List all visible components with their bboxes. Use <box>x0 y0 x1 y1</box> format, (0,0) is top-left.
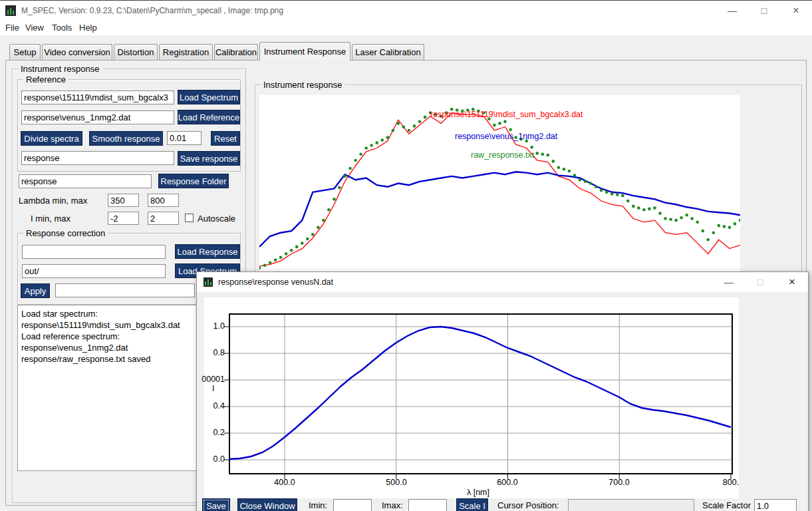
menu-item-tools[interactable]: Tools <box>48 20 76 35</box>
x-tick-400: 400.0 <box>268 478 301 487</box>
x-tick-500: 500.0 <box>380 478 413 487</box>
save-button[interactable]: Save <box>202 498 230 511</box>
y-tick-0.0: 0.0 <box>196 454 225 464</box>
spectrum-path-input[interactable] <box>21 90 174 104</box>
child-chart-canvas[interactable]: 1.0 0.8 00001 0.4 0.2 0.0 I 400.0 500.0 … <box>204 297 739 498</box>
menu-item-help[interactable]: Help <box>75 20 101 35</box>
m-spec-app-window: { "window": { "title": "M_SPEC, Version:… <box>0 0 812 511</box>
x-tick-800: 800. <box>714 478 747 487</box>
main-chart-group-label: Instrument response <box>261 80 345 90</box>
scale-i-button[interactable]: Scale I <box>456 498 488 511</box>
autoscale-checkbox[interactable] <box>185 214 194 222</box>
apply-button[interactable]: Apply <box>21 283 50 298</box>
menu-item-file[interactable]: File <box>1 20 23 35</box>
tab-calibration[interactable]: Calibration <box>214 44 258 60</box>
child-app-icon <box>203 277 213 287</box>
imin-label: Imin: <box>309 500 327 510</box>
menu-item-view[interactable]: View <box>21 20 48 35</box>
child-close-icon[interactable]: × <box>777 272 807 292</box>
x-axis-label: λ [nm] <box>458 488 498 497</box>
smooth-response-button[interactable]: Smooth response <box>89 131 163 146</box>
scale-factor-input[interactable] <box>754 499 797 511</box>
child-chart-svg <box>204 297 739 498</box>
window-title: M_SPEC, Version: 0.9.23, C:\Daten\PyChar… <box>21 1 283 21</box>
tab-instrument-response[interactable]: Instrument Response <box>259 42 350 61</box>
response-folder-button[interactable]: Response Folder <box>158 174 229 188</box>
y-tick-1.0: 1.0 <box>196 321 225 331</box>
menu-bar: File View Tools Help <box>0 20 812 35</box>
imax-input[interactable] <box>408 499 447 511</box>
load-reference-button[interactable]: Load Reference <box>178 110 240 124</box>
response-plot-window[interactable]: response\response venusN.dat — □ × 1.0 0… <box>196 271 809 511</box>
response-folder-input[interactable] <box>19 174 152 188</box>
y-tick-0.8: 0.8 <box>196 348 225 357</box>
child-maximize-icon[interactable]: □ <box>747 272 773 292</box>
imax-label: Imax: <box>382 500 403 510</box>
tab-laser-calibration[interactable]: Laser Calibration <box>352 44 424 60</box>
lambda-min-input[interactable] <box>108 194 139 207</box>
tab-video-conversion[interactable]: Video conversion <box>42 44 112 60</box>
smooth-value-input[interactable] <box>167 131 202 145</box>
imin-input[interactable] <box>333 499 372 511</box>
lambda-min-max-label: Lambda min, max <box>19 196 87 206</box>
i-min-input[interactable] <box>108 212 139 225</box>
child-window-title: response\response venusN.dat <box>218 272 333 292</box>
load-spectrum-button[interactable]: Load Spectrum <box>178 90 240 104</box>
reset-button[interactable]: Reset <box>211 131 240 146</box>
divide-spectra-button[interactable]: Divide spectra <box>21 131 82 146</box>
correction-response-input[interactable] <box>22 245 166 259</box>
legend-reference-spectrum: response\venus_1nmg2.dat <box>455 132 557 141</box>
legend-star-spectrum: response\151119\mdist_sum_bgcalx3.dat <box>430 110 583 119</box>
legend-raw-response: raw_response.txt <box>471 150 534 160</box>
x-tick-700: 700.0 <box>603 478 636 487</box>
i-max-input[interactable] <box>148 212 179 225</box>
autoscale-label: Autoscale <box>198 214 235 224</box>
save-name-input[interactable] <box>21 151 174 165</box>
maximize-icon[interactable]: □ <box>749 1 779 21</box>
child-minimize-icon[interactable]: — <box>716 272 742 292</box>
child-title-bar[interactable]: response\response venusN.dat — □ × <box>197 272 808 292</box>
scale-factor-label: Scale Factor <box>702 500 751 510</box>
cursor-position-display <box>568 499 694 511</box>
reference-path-input[interactable] <box>21 110 174 124</box>
close-icon[interactable]: × <box>781 1 811 21</box>
reference-group-label: Reference <box>23 75 68 85</box>
response-correction-label: Response correction <box>23 228 108 238</box>
lambda-max-input[interactable] <box>148 194 179 207</box>
y-tick-0.2: 0.2 <box>196 428 225 437</box>
i-min-max-label: I min, max <box>31 214 70 224</box>
apply-path-input[interactable] <box>55 283 195 297</box>
tab-setup[interactable]: Setup <box>9 44 41 60</box>
tab-registration[interactable]: Registration <box>159 44 213 60</box>
app-icon <box>5 5 16 16</box>
panel-group-label: Instrument response <box>18 64 102 74</box>
save-response-button[interactable]: Save response <box>178 151 240 166</box>
cursor-position-label: Cursor Position: <box>497 500 559 510</box>
correction-spectrum-input[interactable] <box>22 264 166 278</box>
y-tick-0.4: 0.4 <box>196 401 225 411</box>
close-window-button[interactable]: Close Window <box>237 498 297 511</box>
y-tick-0.6-artifact: 00001 <box>196 375 225 384</box>
tab-distortion[interactable]: Distortion <box>114 44 158 60</box>
title-bar[interactable]: M_SPEC, Version: 0.9.23, C:\Daten\PyChar… <box>0 0 812 20</box>
y-axis-label: I <box>212 384 214 393</box>
correction-load-response-button[interactable]: Load Response <box>175 244 240 259</box>
minimize-icon[interactable]: — <box>717 1 747 21</box>
x-tick-600: 600.0 <box>491 478 524 487</box>
